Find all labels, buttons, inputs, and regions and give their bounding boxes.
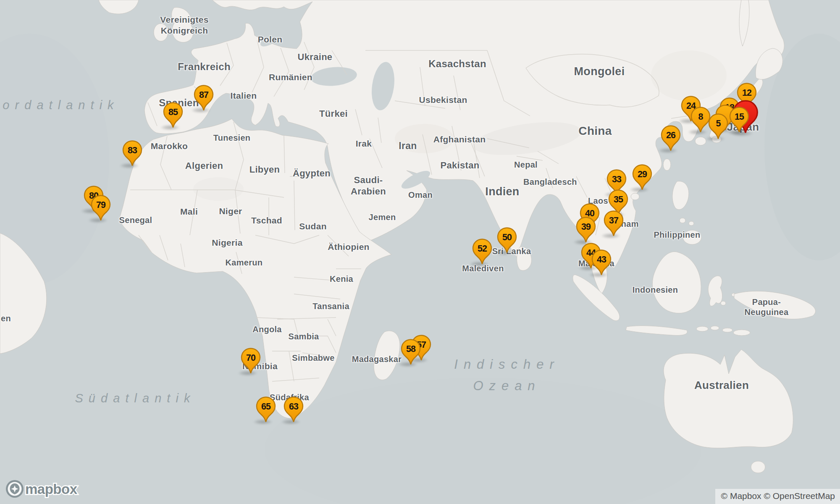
- map-pin[interactable]: 58: [401, 339, 421, 365]
- map-pin-number: 58: [406, 344, 416, 354]
- map-pin-number: 15: [735, 112, 744, 122]
- map-pin[interactable]: 79: [91, 195, 111, 221]
- map-pin[interactable]: 63: [284, 396, 304, 423]
- map-canvas[interactable]: Vereinigtes KönigreichPolenUkraineFrankr…: [0, 0, 840, 504]
- map-pin-number: 39: [581, 222, 591, 232]
- map-pin[interactable]: 83: [122, 140, 142, 166]
- map-pin-number: 70: [246, 353, 256, 363]
- map-pin[interactable]: 26: [661, 125, 681, 151]
- mapbox-logo[interactable]: mapbox: [4, 478, 80, 501]
- map-pin[interactable]: 8: [690, 107, 711, 133]
- map-pin-number: 83: [128, 145, 137, 155]
- map-pin[interactable]: 70: [241, 348, 261, 374]
- map-pin[interactable]: 85: [163, 102, 183, 128]
- map-pin-number: 37: [609, 215, 619, 226]
- map-pin[interactable]: 29: [632, 164, 652, 190]
- map-pin-number: 29: [638, 169, 647, 179]
- map-pin[interactable]: 52: [472, 239, 492, 265]
- map-pin-number: 79: [96, 200, 106, 210]
- map-pin-number: 65: [261, 402, 271, 412]
- mapbox-logo-icon: [6, 480, 24, 498]
- map-pin[interactable]: 87: [194, 85, 214, 111]
- map-pin-number: 12: [742, 88, 752, 98]
- map-pin-number: 52: [478, 244, 487, 254]
- map-pin[interactable]: 5: [708, 113, 728, 139]
- map-pin[interactable]: 39: [576, 217, 596, 243]
- map-attribution[interactable]: © Mapbox © OpenStreetMap: [715, 489, 840, 504]
- map-pin-number: 50: [502, 232, 512, 242]
- map-pin[interactable]: 50: [497, 227, 517, 253]
- map-pin-number: 85: [168, 107, 178, 117]
- mapbox-logo-text: mapbox: [25, 481, 78, 497]
- map-pin-number: 26: [666, 130, 676, 140]
- map-pin-number: 87: [199, 90, 209, 100]
- map-pin[interactable]: 43: [591, 249, 612, 276]
- map-pin-number: 63: [289, 402, 299, 412]
- map-pin[interactable]: 37: [604, 210, 624, 236]
- map-pin[interactable]: 65: [256, 396, 276, 423]
- map-pin-number: 8: [698, 112, 704, 122]
- attribution-text[interactable]: © Mapbox © OpenStreetMap: [721, 491, 835, 501]
- markers-layer: 3329354037394443505257587065638079838587…: [0, 0, 840, 504]
- map-pin-number: 43: [597, 255, 606, 265]
- map-pin-number: 35: [614, 194, 623, 205]
- map-pin-number: 5: [716, 118, 721, 129]
- map-pin[interactable]: 15: [729, 107, 749, 133]
- map-pin-number: 33: [612, 174, 622, 184]
